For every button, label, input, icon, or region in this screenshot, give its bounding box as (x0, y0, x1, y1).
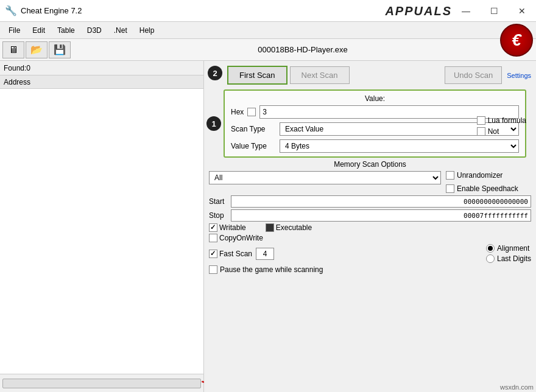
hex-label: Hex (231, 108, 244, 116)
lua-formula-row: Lua formula (477, 116, 526, 125)
last-digits-radio[interactable] (486, 254, 495, 263)
menu-file[interactable]: File (2, 24, 26, 37)
process-title: 000018B8-HD-Player.exe (72, 45, 534, 54)
appuals-logo: APPUALS (385, 0, 452, 22)
badge-2: 2 (208, 66, 222, 80)
unrandom-row: Unrandomizer (446, 171, 531, 180)
stop-label: Stop (209, 211, 231, 220)
left-panel-bottom: ➜ (0, 374, 203, 392)
open-process-button[interactable]: 🖥 (2, 41, 24, 58)
main-area: Found:0 Address ➜ 2 First Scan Next Scan… (0, 61, 536, 392)
address-list[interactable] (0, 89, 203, 374)
left-panel: Found:0 Address ➜ (0, 61, 204, 392)
right-checkboxes: Lua formula Not (477, 116, 526, 138)
copyonwrite-checkbox[interactable] (209, 234, 217, 242)
menu-d3d[interactable]: D3D (81, 24, 108, 37)
alignment-radio-group: Alignment Last Digits (486, 244, 531, 263)
speedhack-label: Enable Speedhack (457, 184, 518, 193)
copyonwrite-row: CopyOnWrite (209, 234, 531, 242)
menu-table[interactable]: Table (51, 24, 81, 37)
hex-row: Hex (231, 105, 519, 119)
ce-logo-circle: € (500, 24, 533, 57)
save-button[interactable]: 💾 (49, 41, 71, 58)
right-options: Unrandomizer Enable Speedhack (446, 171, 531, 195)
executable-checkbox[interactable] (266, 223, 274, 232)
title-bar: 🔧 Cheat Engine 7.2 APPUALS — ☐ ✕ (0, 0, 536, 22)
start-addr-row: Start (209, 195, 531, 208)
pause-game-label: Pause the game while scanning (220, 265, 323, 274)
lua-formula-label: Lua formula (488, 116, 526, 125)
writable-label: Writable (219, 223, 246, 232)
stop-addr-row: Stop (209, 209, 531, 222)
maximize-button[interactable]: ☐ (480, 0, 508, 22)
value-type-label: Value Type (231, 142, 280, 150)
close-button[interactable]: ✕ (508, 0, 536, 22)
ce-logo: € (498, 22, 535, 58)
lua-formula-checkbox[interactable] (477, 116, 485, 125)
not-checkbox[interactable] (477, 127, 485, 136)
alignment-label: Alignment (497, 244, 529, 253)
memory-range-row: All Writable Executable Unrandomizer Ena… (209, 171, 531, 195)
writable-item: ✓ Writable (209, 223, 246, 232)
alignment-radio[interactable] (486, 244, 495, 253)
hex-checkbox[interactable] (247, 108, 256, 116)
menu-help[interactable]: Help (133, 24, 161, 37)
process-bar: 🖥 📂 💾 000018B8-HD-Player.exe (0, 39, 536, 61)
memory-scan-section: Memory Scan Options All Writable Executa… (209, 160, 531, 274)
scan-options-section: 1 Value: Hex Scan Type Exact Value Bigge… (219, 89, 531, 158)
open-file-button[interactable]: 📂 (26, 41, 48, 58)
right-panel: 2 First Scan Next Scan Undo Scan Setting… (204, 61, 536, 392)
not-row: Not (477, 127, 526, 136)
app-title: Cheat Engine 7.2 (21, 6, 82, 15)
found-bar: Found:0 (0, 61, 203, 75)
pause-game-checkbox[interactable] (209, 265, 217, 274)
found-label: Found:0 (4, 64, 30, 72)
writable-checkbox[interactable]: ✓ (209, 223, 217, 232)
fast-scan-input[interactable] (256, 248, 274, 260)
alignment-radio-item: Alignment (486, 244, 531, 253)
not-label: Not (488, 127, 499, 136)
scan-type-row: Scan Type Exact Value Bigger than... Sma… (231, 122, 519, 136)
memory-scan-title: Memory Scan Options (209, 160, 531, 169)
copyonwrite-item: CopyOnWrite (209, 234, 263, 242)
next-scan-button[interactable]: Next Scan (290, 66, 350, 84)
watermark: wsxdn.com (500, 383, 534, 391)
unrandom-checkbox[interactable] (446, 171, 454, 180)
settings-link[interactable]: Settings (507, 72, 531, 79)
copyonwrite-label: CopyOnWrite (219, 234, 263, 242)
app-icon: 🔧 (5, 5, 17, 17)
first-scan-button[interactable]: First Scan (227, 66, 287, 85)
last-digits-label: Last Digits (497, 254, 531, 263)
badge-1: 1 (206, 116, 221, 131)
fast-scan-item: ✓ Fast Scan (209, 250, 252, 258)
fast-scan-checkbox[interactable]: ✓ (209, 250, 217, 258)
stop-input[interactable] (231, 209, 531, 222)
start-label: Start (209, 197, 231, 206)
menu-bar: File Edit Table D3D .Net Help (0, 22, 536, 39)
scan-buttons-row: First Scan Next Scan Undo Scan Settings (204, 61, 536, 87)
scan-type-label: Scan Type (231, 125, 280, 133)
minimize-button[interactable]: — (452, 0, 480, 22)
fast-scan-row: ✓ Fast Scan Alignment Last Digits (209, 244, 531, 263)
address-header: Address (0, 75, 203, 89)
undo-scan-button[interactable]: Undo Scan (445, 66, 502, 84)
pause-game-row: Pause the game while scanning (209, 265, 531, 274)
value-type-select[interactable]: 1 Byte 2 Bytes 4 Bytes 8 Bytes Float Dou… (280, 139, 519, 153)
menu-edit[interactable]: Edit (26, 24, 51, 37)
executable-label: Executable (276, 223, 312, 232)
executable-item: Executable (266, 223, 312, 232)
unrandom-label: Unrandomizer (457, 171, 503, 180)
speedhack-row: Enable Speedhack (446, 184, 531, 193)
speedhack-checkbox[interactable] (446, 184, 454, 193)
value-type-row: Value Type 1 Byte 2 Bytes 4 Bytes 8 Byte… (231, 139, 519, 153)
value-label: Value: (231, 94, 519, 103)
start-input[interactable] (231, 195, 531, 208)
memory-range-select[interactable]: All Writable Executable (209, 171, 441, 184)
horizontal-scrollbar[interactable] (2, 379, 201, 388)
fast-scan-label: Fast Scan (219, 250, 252, 258)
window-controls: — ☐ ✕ (452, 0, 536, 22)
last-digits-radio-item: Last Digits (486, 254, 531, 263)
menu-dotnet[interactable]: .Net (108, 24, 133, 37)
writable-executable-row: ✓ Writable Executable (209, 223, 531, 232)
